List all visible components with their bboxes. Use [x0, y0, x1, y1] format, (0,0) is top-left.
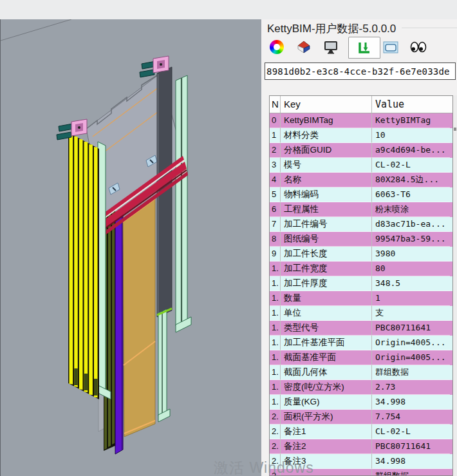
- row-index: 0: [270, 113, 281, 128]
- row-value: 群组数据: [372, 365, 450, 380]
- eyes-icon[interactable]: [410, 40, 425, 55]
- row-value: 1: [372, 291, 450, 306]
- toolbar: [261, 36, 457, 59]
- row-value: 99547ba3-59...: [372, 232, 450, 247]
- table-row[interactable]: 1.单位支: [270, 306, 452, 321]
- purple-profile: [115, 212, 123, 454]
- 3d-scene: [1, 19, 262, 476]
- table-row[interactable]: 1.类型代号PBC80711641: [270, 321, 452, 336]
- row-value: 34.998: [372, 395, 450, 410]
- frame-window-glyph: [383, 40, 398, 55]
- row-key: 加工件宽度: [281, 262, 372, 276]
- row-index: 1.: [270, 336, 281, 350]
- properties-panel: KettyBIM-用户数据-5.0.0.0: [261, 19, 457, 476]
- row-index: 1.: [270, 291, 281, 306]
- table-row[interactable]: 1.数量1: [270, 291, 452, 306]
- row-value: PBC80711641: [372, 439, 450, 454]
- row-index: 1.: [270, 262, 281, 276]
- table-row[interactable]: 2.备注1CL-02-L: [270, 424, 452, 439]
- table-row[interactable]: 1.密度(吨/立方米)2.73: [270, 380, 452, 395]
- row-index: 7: [270, 217, 281, 232]
- right-mint-channel: [176, 75, 191, 332]
- row-index: 1.: [270, 321, 281, 336]
- panel-title: KettyBIM-用户数据-5.0.0.0: [267, 21, 396, 36]
- row-key: KettyBIMTag: [281, 113, 372, 128]
- row-value: 支: [372, 306, 450, 321]
- table-row[interactable]: 5物料编码6063-T6: [270, 187, 452, 202]
- row-key: 备注1: [281, 424, 372, 439]
- row-key: 材料分类: [281, 128, 372, 143]
- rear-mint-channel: [158, 309, 170, 422]
- table-row[interactable]: 2.备注2PBC80711641: [270, 439, 452, 454]
- solid-model-icon[interactable]: [296, 40, 312, 55]
- table-row[interactable]: 3模号CL-02-L: [270, 158, 452, 173]
- row-value: 3980: [372, 247, 450, 262]
- import-pipe-icon[interactable]: [357, 40, 372, 55]
- row-index: 2.: [270, 424, 281, 439]
- row-value: 348.5: [372, 276, 450, 291]
- row-index: 8: [270, 232, 281, 247]
- table-row[interactable]: 4名称80X284.5边...: [270, 173, 452, 187]
- table-row[interactable]: 2分格面GUIDa9c4d694-be...: [270, 143, 452, 158]
- 3d-viewport[interactable]: [0, 19, 261, 476]
- table-body: 0KettyBIMTagKettyBIMTag1材料分类102分格面GUIDa9…: [270, 113, 452, 476]
- row-value: 80: [372, 262, 450, 276]
- table-row[interactable]: 1.截面基准平面Origin=4005...: [270, 350, 452, 365]
- table-row[interactable]: 1.加工件厚度348.5: [270, 276, 452, 291]
- row-key: 加工件基准平面: [281, 336, 372, 350]
- row-key: 图纸编号: [281, 232, 372, 247]
- row-value: KettyBIMTag: [372, 113, 450, 128]
- row-value: Origin=4005...: [372, 350, 450, 365]
- header-value[interactable]: Value: [372, 96, 450, 113]
- row-index: 2.: [270, 439, 281, 454]
- table-row[interactable]: 1材料分类10: [270, 128, 452, 143]
- row-index: 2.: [270, 410, 281, 424]
- table-row[interactable]: 6工程属性粉末喷涂: [270, 202, 452, 217]
- row-index: 1.: [270, 365, 281, 380]
- table-scrollbar[interactable]: [454, 95, 457, 476]
- row-key: 类型代号: [281, 321, 372, 336]
- row-index: 5: [270, 187, 281, 202]
- header-index[interactable]: N: [270, 96, 281, 113]
- row-key: 分格面GUID: [281, 143, 372, 158]
- row-key: 质量(KG): [281, 395, 372, 410]
- row-key: 加工件长度: [281, 247, 372, 262]
- row-index: 1.: [270, 350, 281, 365]
- table-row[interactable]: 1.截面几何体群组数据: [270, 365, 452, 380]
- row-index: 4: [270, 173, 281, 187]
- ground-line: [1, 19, 71, 41]
- table-row[interactable]: 1.加工件宽度80: [270, 262, 452, 276]
- row-key: 模号: [281, 158, 372, 173]
- row-index: 1.: [270, 306, 281, 321]
- table-row[interactable]: 7加工件编号d83ac71b-ea...: [270, 217, 452, 232]
- header-key[interactable]: Key: [281, 96, 372, 113]
- row-value: CL-02-L: [372, 424, 450, 439]
- guid-input[interactable]: [265, 62, 456, 80]
- row-value: 2.73: [372, 380, 450, 395]
- row-key: 密度(吨/立方米): [281, 380, 372, 395]
- title-rule: [402, 28, 457, 29]
- row-key: 物料编码: [281, 187, 372, 202]
- import-pipe-glyph: [357, 40, 372, 55]
- property-table: N Key Value 0KettyBIMTagKettyBIMTag1材料分类…: [269, 95, 453, 476]
- table-row[interactable]: 9加工件长度3980: [270, 247, 452, 262]
- table-row[interactable]: 1.质量(KG)34.998: [270, 395, 452, 410]
- row-index: 2: [270, 143, 281, 158]
- row-key: 单位: [281, 306, 372, 321]
- row-index: 6: [270, 202, 281, 217]
- frame-window-icon[interactable]: [383, 40, 398, 55]
- row-index: 9: [270, 247, 281, 262]
- row-value: 群组数据: [372, 469, 450, 476]
- row-key: 数量: [281, 291, 372, 306]
- yellow-mullion-group: [68, 133, 99, 399]
- row-value: 34.998: [372, 454, 450, 469]
- row-key: 加工件厚度: [281, 276, 372, 291]
- windows-activation-watermark: 激活 Windows: [214, 458, 314, 476]
- color-wheel-icon[interactable]: [270, 40, 285, 55]
- monitor-icon[interactable]: [323, 40, 339, 55]
- table-row[interactable]: 1.加工件基准平面Origin=4005...: [270, 336, 452, 350]
- scrollbar-tick: [454, 128, 456, 131]
- table-row[interactable]: 0KettyBIMTagKettyBIMTag: [270, 113, 452, 128]
- table-row[interactable]: 2.面积(平方米)7.754: [270, 410, 452, 424]
- table-row[interactable]: 8图纸编号99547ba3-59...: [270, 232, 452, 247]
